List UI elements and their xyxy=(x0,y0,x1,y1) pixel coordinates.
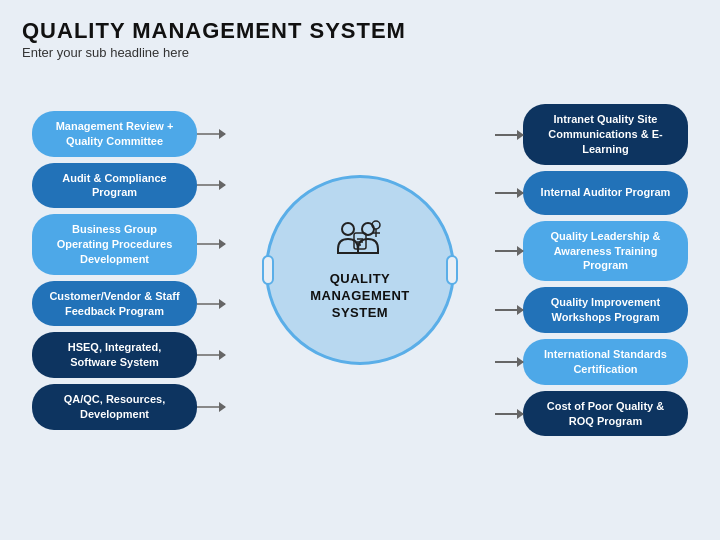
left-connector-1 xyxy=(197,184,225,186)
right-connector-0 xyxy=(495,134,523,136)
left-pill-audit-compliance[interactable]: Audit & Compliance Program xyxy=(32,163,197,209)
right-arrow-1 xyxy=(517,188,524,198)
center-label-3: SYSTEM xyxy=(332,305,388,322)
right-connector-4 xyxy=(495,361,523,363)
center-label-2: MANAGEMENT xyxy=(310,288,410,305)
left-connector-0 xyxy=(197,133,225,135)
center-icon xyxy=(332,219,388,267)
center-circle: QUALITY MANAGEMENT SYSTEM xyxy=(265,175,455,365)
right-connector-2 xyxy=(495,250,523,252)
left-arrow-1 xyxy=(219,180,226,190)
right-arrow-3 xyxy=(517,305,524,315)
right-arrow-0 xyxy=(517,130,524,140)
left-arrow-2 xyxy=(219,239,226,249)
right-pill-international-standards[interactable]: International Standards Certification xyxy=(523,339,688,385)
notch-left xyxy=(262,255,274,285)
left-pill-qa-qc[interactable]: QA/QC, Resources, Development xyxy=(32,384,197,430)
right-connector-5 xyxy=(495,413,523,415)
right-pill-quality-improvement[interactable]: Quality Improvement Workshops Program xyxy=(523,287,688,333)
page-subtitle: Enter your sub headline here xyxy=(22,45,698,60)
left-column: Management Review + Quality CommitteeAud… xyxy=(22,111,197,430)
left-connector-2 xyxy=(197,243,225,245)
left-pill-customer-vendor[interactable]: Customer/Vendor & Staff Feedback Program xyxy=(32,281,197,327)
right-pill-internal-auditor[interactable]: Internal Auditor Program xyxy=(523,171,688,215)
left-pill-management-review[interactable]: Management Review + Quality Committee xyxy=(32,111,197,157)
right-arrow-5 xyxy=(517,409,524,419)
right-connector-3 xyxy=(495,309,523,311)
left-pill-hseq[interactable]: HSEQ, Integrated, Software System xyxy=(32,332,197,378)
svg-point-0 xyxy=(342,223,354,235)
center-circle-inner: QUALITY MANAGEMENT SYSTEM xyxy=(310,219,410,322)
page: QUALITY MANAGEMENT SYSTEM Enter your sub… xyxy=(0,0,720,540)
right-pill-quality-leadership[interactable]: Quality Leadership & Awareness Training … xyxy=(523,221,688,282)
left-connector-4 xyxy=(197,354,225,356)
right-pill-intranet-quality[interactable]: Intranet Quality Site Communications & E… xyxy=(523,104,688,165)
diagram-area: Management Review + Quality CommitteeAud… xyxy=(22,70,698,470)
left-arrow-0 xyxy=(219,129,226,139)
page-title: QUALITY MANAGEMENT SYSTEM xyxy=(22,18,698,43)
right-connector-1 xyxy=(495,192,523,194)
left-connector-5 xyxy=(197,406,225,408)
notch-right xyxy=(446,255,458,285)
right-column: Intranet Quality Site Communications & E… xyxy=(523,104,698,436)
left-arrow-4 xyxy=(219,350,226,360)
right-arrow-2 xyxy=(517,246,524,256)
left-arrow-3 xyxy=(219,299,226,309)
left-connector-3 xyxy=(197,303,225,305)
center-label-1: QUALITY xyxy=(330,271,391,288)
left-pill-business-group[interactable]: Business Group Operating Procedures Deve… xyxy=(32,214,197,275)
right-pill-cost-of-poor[interactable]: Cost of Poor Quality & ROQ Program xyxy=(523,391,688,437)
right-arrow-4 xyxy=(517,357,524,367)
left-arrow-5 xyxy=(219,402,226,412)
